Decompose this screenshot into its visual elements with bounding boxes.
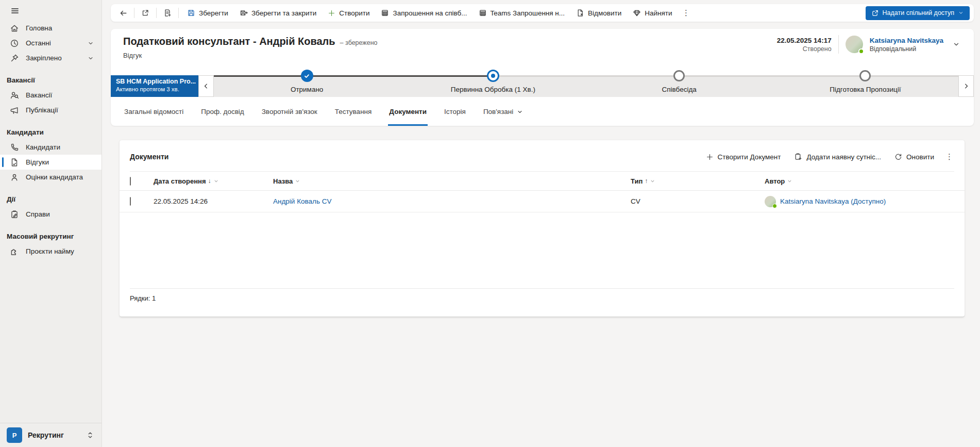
bpf-scroll-right-button[interactable] <box>958 75 974 97</box>
chevron-down-icon[interactable] <box>295 178 300 184</box>
chevron-down-icon[interactable] <box>87 40 94 47</box>
owner-name[interactable]: Katsiaryna Navitskaya <box>870 37 943 44</box>
sidebar-item-vacancies[interactable]: Вакансії <box>0 88 102 103</box>
new-form-icon <box>163 9 172 17</box>
clipboard-edit-icon <box>10 210 19 219</box>
new-form-button[interactable] <box>159 6 176 20</box>
app-switcher-icon[interactable] <box>86 431 94 439</box>
column-label: Тип <box>631 177 643 185</box>
reject-button[interactable]: Відмовити <box>570 6 627 20</box>
stage-pending-icon[interactable] <box>859 70 871 81</box>
document-name-link[interactable]: Андрій Коваль CV <box>273 197 331 205</box>
table-row[interactable]: 22.05.2025 14:26 Андрій Коваль CV CV Kat… <box>120 191 965 212</box>
stage-pending-icon[interactable] <box>673 70 685 81</box>
bpf-scroll-left-button[interactable] <box>198 75 214 97</box>
sidebar-item-cases[interactable]: Справи <box>0 207 102 222</box>
tab-documents[interactable]: Документи <box>388 97 428 126</box>
column-header-name[interactable]: Назва <box>273 177 631 185</box>
tab-testing[interactable]: Тестування <box>334 97 373 126</box>
sidebar-item-publications[interactable]: Публікації <box>0 103 102 118</box>
chevron-down-icon[interactable] <box>213 178 219 184</box>
sidebar-item-label: Справи <box>26 210 50 218</box>
cell-author: Katsiaryna Navitskaya (Доступно) <box>765 196 954 207</box>
tab-experience[interactable]: Проф. досвід <box>200 97 245 126</box>
stage-active-icon[interactable] <box>487 70 499 82</box>
sidebar-item-recent[interactable]: Останні <box>0 36 102 51</box>
presence-available-icon <box>858 48 864 54</box>
row-checkbox[interactable] <box>130 197 131 206</box>
hamburger-menu-button[interactable] <box>0 0 102 19</box>
puzzle-icon <box>10 247 19 256</box>
add-existing-icon <box>794 153 802 161</box>
interview-invite-button[interactable]: Запрошення на співб... <box>375 6 472 20</box>
bpf-process-box[interactable]: SB HCM Application Pro... Активно протяг… <box>111 75 198 97</box>
tab-label: Зворотній зв'язок <box>262 108 317 115</box>
sidebar-section-mass-recruiting: Масовий рекрутинг <box>0 229 102 244</box>
create-new-button[interactable]: Створити <box>322 6 375 20</box>
chevron-down-icon[interactable] <box>650 178 655 184</box>
share-button[interactable]: Надати спільний доступ <box>866 6 970 20</box>
sidebar-item-candidate-ratings[interactable]: Оцінки кандидата <box>0 170 102 185</box>
subgrid-title: Документи <box>130 153 168 161</box>
calendar-grid-icon <box>381 9 389 17</box>
column-header-author[interactable]: Автор <box>765 177 954 185</box>
share-label: Надати спільний доступ <box>883 9 954 16</box>
popout-button[interactable] <box>137 6 154 20</box>
check-icon <box>303 72 311 80</box>
chevron-down-icon[interactable] <box>787 178 792 184</box>
tab-history[interactable]: Історія <box>443 97 467 126</box>
sidebar-item-home[interactable]: Головна <box>0 21 102 36</box>
back-button[interactable] <box>115 6 131 20</box>
tab-related[interactable]: Пов'язані <box>482 97 525 126</box>
bpf-stage-received[interactable]: Отримано <box>214 75 400 97</box>
main-area: Зберегти Зберегти та закрити Створити За… <box>102 0 980 447</box>
select-all-checkbox[interactable] <box>130 177 131 186</box>
tab-label: Історія <box>444 108 466 115</box>
divider <box>156 8 157 18</box>
tab-label: Пов'язані <box>483 108 513 115</box>
stage-completed-icon[interactable] <box>301 70 313 82</box>
chevron-down-icon <box>952 40 960 48</box>
document-dismiss-icon <box>576 9 584 17</box>
sidebar-item-label: Головна <box>26 24 52 32</box>
add-existing-button[interactable]: Додати наявну сутніс... <box>788 149 887 164</box>
hire-button[interactable]: Найняти <box>627 6 678 20</box>
bpf-stage-offer-preparation[interactable]: Підготовка Пропозиції <box>772 75 958 97</box>
subgrid-actions: Створити Документ Додати наявну сутніс..… <box>700 149 957 164</box>
more-commands-button[interactable]: ⋮ <box>678 6 695 20</box>
column-header-type[interactable]: Тип ↑ <box>631 177 765 185</box>
bpf-stage-primary-processing[interactable]: Первинна Обробка (1 Хв.) <box>400 75 586 97</box>
refresh-button[interactable]: Оновити <box>888 149 940 164</box>
save-and-close-button[interactable]: Зберегти та закрити <box>234 6 322 20</box>
phone-icon <box>10 143 19 152</box>
header-expand-button[interactable] <box>950 38 962 51</box>
chevron-down-icon[interactable] <box>87 55 94 62</box>
tab-feedback[interactable]: Зворотній зв'язок <box>261 97 318 126</box>
add-existing-label: Додати наявну сутніс... <box>806 153 881 161</box>
megaphone-icon <box>10 106 19 115</box>
sidebar-item-hiring-projects[interactable]: Проєкти найму <box>0 244 102 259</box>
column-header-created[interactable]: Дата створення ↓ <box>154 177 273 185</box>
create-document-button[interactable]: Створити Документ <box>700 149 787 164</box>
pin-icon <box>10 54 19 63</box>
tab-label: Проф. досвід <box>201 108 244 115</box>
stage-label: Первинна Обробка (1 Хв.) <box>451 86 535 93</box>
subgrid-more-button[interactable]: ⋮ <box>941 149 957 164</box>
owner-avatar[interactable] <box>846 36 863 53</box>
sidebar-item-candidates[interactable]: Кандидати <box>0 140 102 155</box>
person-icon <box>10 173 19 182</box>
bpf-stage-interview[interactable]: Співбесіда <box>586 75 772 97</box>
owner-field[interactable]: Katsiaryna Navitskaya Відповідальний <box>870 37 943 53</box>
sidebar: Головна Останні Закріплено Вакансії Вака… <box>0 0 102 447</box>
form-tabs: Загальні відомості Проф. досвід Зворотні… <box>123 97 961 126</box>
tab-general[interactable]: Загальні відомості <box>123 97 184 126</box>
save-close-icon <box>240 9 248 17</box>
author-link[interactable]: Katsiaryna Navitskaya (Доступно) <box>780 197 886 205</box>
sidebar-item-applications[interactable]: Відгуки <box>0 155 102 170</box>
save-button[interactable]: Зберегти <box>181 6 234 20</box>
teams-invite-button[interactable]: Teams Запрошення н... <box>473 6 571 20</box>
sidebar-item-pinned[interactable]: Закріплено <box>0 51 102 65</box>
back-icon <box>119 9 128 18</box>
sidebar-section-vacancies: Вакансії <box>0 73 102 88</box>
app-switcher-bar[interactable]: P Рекрутинг <box>0 423 102 447</box>
